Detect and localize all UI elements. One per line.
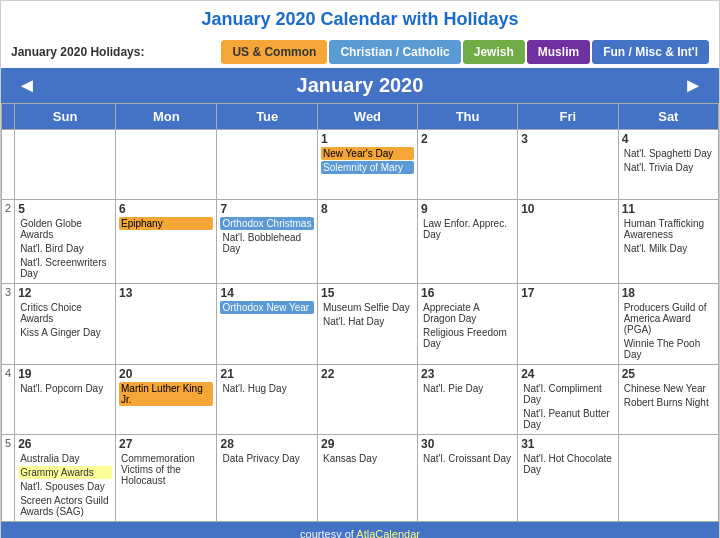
day-number: 16 [421,286,514,300]
day-header-fri: Fri [518,104,618,130]
day-number: 14 [220,286,313,300]
day-number: 2 [421,132,514,146]
event-item[interactable]: Epiphany [119,217,214,230]
day-number: 1 [321,132,414,146]
day-number: 27 [119,437,214,451]
event-item[interactable]: Kiss A Ginger Day [18,326,112,339]
day-number: 19 [18,367,112,381]
event-item[interactable]: Australia Day [18,452,112,465]
calendar-cell: 31Nat'l. Hot Chocolate Day [518,435,618,522]
day-header-sat: Sat [618,104,718,130]
calendar-cell: 25Chinese New YearRobert Burns Night [618,365,718,435]
event-item[interactable]: Nat'l. Trivia Day [622,161,715,174]
event-item[interactable]: Nat'l. Milk Day [622,242,715,255]
calendar-table: SunMonTueWedThuFriSat 1New Year's DaySol… [1,103,719,522]
calendar-cell [618,435,718,522]
event-item[interactable]: Golden Globe Awards [18,217,112,241]
calendar-cell: 6Epiphany [115,200,217,284]
calendar-cell: 13 [115,284,217,365]
calendar-cell: 30Nat'l. Croissant Day [417,435,517,522]
day-header-mon: Mon [115,104,217,130]
event-item[interactable]: Nat'l. Screenwriters Day [18,256,112,280]
event-item[interactable]: Grammy Awards [18,466,112,479]
event-item[interactable]: Producers Guild of America Award (PGA) [622,301,715,336]
event-item[interactable]: Nat'l. Pie Day [421,382,514,395]
day-number: 23 [421,367,514,381]
event-item[interactable]: Kansas Day [321,452,414,465]
calendar-cell: 17 [518,284,618,365]
event-item[interactable]: Nat'l. Hat Day [321,315,414,328]
calendar-cell: 14Orthodox New Year [217,284,317,365]
event-item[interactable]: Nat'l. Hot Chocolate Day [521,452,614,476]
tab-4[interactable]: Fun / Misc & Int'l [592,40,709,64]
event-item[interactable]: Orthodox Christmas [220,217,313,230]
calendar-cell: 5Golden Globe AwardsNat'l. Bird DayNat'l… [15,200,116,284]
calendar-cell: 18Producers Guild of America Award (PGA)… [618,284,718,365]
event-item[interactable]: Data Privacy Day [220,452,313,465]
event-item[interactable]: Nat'l. Bobblehead Day [220,231,313,255]
calendar-cell: 20Martin Luther King Jr. [115,365,217,435]
month-title: January 2020 [297,74,424,97]
event-item[interactable]: Museum Selfie Day [321,301,414,314]
calendar-cell: 4Nat'l. Spaghetti DayNat'l. Trivia Day [618,130,718,200]
event-item[interactable]: Nat'l. Croissant Day [421,452,514,465]
day-header-thu: Thu [417,104,517,130]
day-number: 30 [421,437,514,451]
event-item[interactable]: New Year's Day [321,147,414,160]
event-item[interactable]: Nat'l. Popcorn Day [18,382,112,395]
event-item[interactable]: Nat'l. Bird Day [18,242,112,255]
prev-arrow[interactable]: ◄ [17,74,37,97]
event-item[interactable]: Orthodox New Year [220,301,313,314]
calendar-cell [115,130,217,200]
event-item[interactable]: Critics Choice Awards [18,301,112,325]
footer-link[interactable]: AtlaCalendar [356,528,420,538]
tab-0[interactable]: US & Common [221,40,327,64]
event-item[interactable]: Nat'l. Spouses Day [18,480,112,493]
calendar-cell: 29Kansas Day [317,435,417,522]
calendar-page: January 2020 Calendar with Holidays Janu… [0,0,720,538]
page-title: January 2020 Calendar with Holidays [1,1,719,36]
event-item[interactable]: Human Trafficking Awareness [622,217,715,241]
event-item[interactable]: Solemnity of Mary [321,161,414,174]
calendar-cell: 10 [518,200,618,284]
event-item[interactable]: Winnie The Pooh Day [622,337,715,361]
event-item[interactable]: Robert Burns Night [622,396,715,409]
calendar-cell: 3 [518,130,618,200]
holiday-label: January 2020 Holidays: [11,45,144,59]
day-number: 22 [321,367,414,381]
day-number: 18 [622,286,715,300]
day-number: 7 [220,202,313,216]
event-item[interactable]: Screen Actors Guild Awards (SAG) [18,494,112,518]
event-item[interactable]: Appreciate A Dragon Day [421,301,514,325]
calendar-cell: 1New Year's DaySolemnity of Mary [317,130,417,200]
day-number: 25 [622,367,715,381]
event-item[interactable]: Nat'l. Peanut Butter Day [521,407,614,431]
calendar-cell: 26Australia DayGrammy AwardsNat'l. Spous… [15,435,116,522]
event-item[interactable]: Nat'l. Hug Day [220,382,313,395]
event-item[interactable]: Nat'l. Compliment Day [521,382,614,406]
calendar-cell: 28Data Privacy Day [217,435,317,522]
day-number: 6 [119,202,214,216]
footer-text: courtesy of [300,528,356,538]
day-header-sun: Sun [15,104,116,130]
week-row-4: 526Australia DayGrammy AwardsNat'l. Spou… [2,435,719,522]
event-item[interactable]: Commemoration Victims of the Holocaust [119,452,214,487]
event-item[interactable]: Chinese New Year [622,382,715,395]
calendar-cell: 2 [417,130,517,200]
calendar-cell: 12Critics Choice AwardsKiss A Ginger Day [15,284,116,365]
next-arrow[interactable]: ► [683,74,703,97]
day-number: 15 [321,286,414,300]
tab-1[interactable]: Christian / Catholic [329,40,460,64]
event-item[interactable]: Religious Freedom Day [421,326,514,350]
calendar-cell: 24Nat'l. Compliment DayNat'l. Peanut But… [518,365,618,435]
week-row-3: 419Nat'l. Popcorn Day20Martin Luther Kin… [2,365,719,435]
event-item[interactable]: Martin Luther King Jr. [119,382,214,406]
event-item[interactable]: Nat'l. Spaghetti Day [622,147,715,160]
day-number: 17 [521,286,614,300]
week-row-0: 1New Year's DaySolemnity of Mary234Nat'l… [2,130,719,200]
tab-2[interactable]: Jewish [463,40,525,64]
calendar-cell: 16Appreciate A Dragon DayReligious Freed… [417,284,517,365]
tab-3[interactable]: Muslim [527,40,590,64]
event-item[interactable]: Law Enfor. Apprec. Day [421,217,514,241]
day-number: 11 [622,202,715,216]
